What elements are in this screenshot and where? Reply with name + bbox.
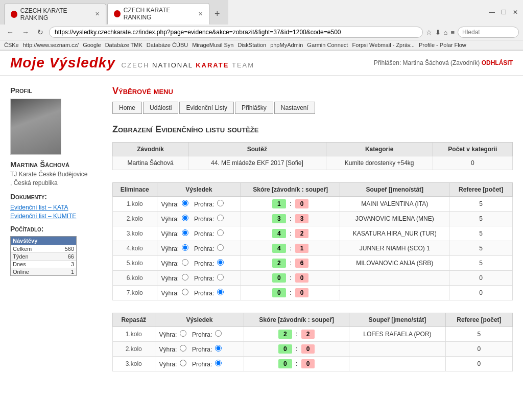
elim-prohra-radio-2[interactable] <box>217 229 224 236</box>
elim-vyhra-label-3: Výhra: <box>161 245 179 252</box>
rep-result-1: Výhra: Prohra: <box>155 342 244 357</box>
new-tab-button[interactable]: + <box>210 7 224 21</box>
elim-referee-0: 5 <box>449 197 513 212</box>
tab-row: CZECH KARATE RANKING ✕ CZECH KARATE RANK… <box>0 0 523 25</box>
elim-score-6: 0 : 0 <box>241 286 340 300</box>
counter-row-online: Online 1 <box>11 268 76 275</box>
rep-vyhra-label-2: Výhra: <box>159 361 177 368</box>
elim-prohra-radio-4[interactable] <box>217 259 224 266</box>
elim-result-2: Výhra: Prohra: <box>157 226 241 241</box>
menu-icon[interactable]: ≡ <box>450 29 455 36</box>
elim-prohra-radio-1[interactable] <box>217 215 224 221</box>
elim-prohra-radio-0[interactable] <box>217 200 224 206</box>
elim-row-0: 1.kolo Výhra: Prohra: 1 : 0 MAINI VALENT… <box>113 197 513 212</box>
rep-header-round: Repasáž <box>113 313 155 327</box>
back-button[interactable]: ← <box>4 27 16 37</box>
bookmark-diskstation[interactable]: DiskStation <box>237 42 266 48</box>
rep-prohra-radio-1[interactable] <box>215 345 222 352</box>
rep-vyhra-radio-0[interactable] <box>180 330 186 337</box>
maximize-button[interactable]: ☐ <box>501 9 507 16</box>
elim-score-home-5: 0 <box>272 273 286 283</box>
elim-prohra-label-2: Prohra: <box>194 230 214 238</box>
elim-score-away-6: 0 <box>295 288 309 297</box>
elim-result-4: Výhra: Prohra: <box>157 256 241 271</box>
bookmark-seznam[interactable]: http://www.seznam.cz/ <box>23 42 79 48</box>
bookmark-garmin[interactable]: Garmin Connect <box>307 42 348 48</box>
elim-round-2: 3.kolo <box>113 226 157 241</box>
main-content: Výběrové menu Home Události Evidenční Li… <box>102 81 523 389</box>
elim-round-1: 2.kolo <box>113 212 157 226</box>
elim-row-5: 6.kolo Výhra: Prohra: 0 : 0 0 <box>113 271 513 286</box>
rep-vyhra-radio-2[interactable] <box>180 360 186 366</box>
elim-vyhra-radio-4[interactable] <box>182 259 188 266</box>
rep-prohra-radio-0[interactable] <box>215 330 222 337</box>
elim-round-label-3: 4.kolo <box>127 245 143 252</box>
elim-vyhra-label-4: Výhra: <box>161 260 179 267</box>
bookmark-phpmyadmin[interactable]: phpMyAdmin <box>270 42 303 48</box>
elim-header-referee: Referee [počet] <box>449 183 513 197</box>
tab-evidencni-listy[interactable]: Evidenční Listy <box>179 102 234 114</box>
elim-header-opponent: Soupeř [jmeno/stát] <box>340 183 449 197</box>
tab-nastaveni[interactable]: Nastavení <box>274 102 315 114</box>
elim-prohra-label-0: Prohra: <box>194 201 214 208</box>
elim-prohra-label-5: Prohra: <box>194 275 214 282</box>
rep-vyhra-radio-1[interactable] <box>180 345 186 352</box>
rep-header-score: Skóre [závodník : soupeř] <box>244 313 349 327</box>
logo-area: Moje Výsledky CZECH NATIONAL KARATE TEAM <box>10 55 254 71</box>
rep-referee-2: 0 <box>445 357 512 371</box>
bookmark-forpsi[interactable]: Forpsi Webmail - Zpráv... <box>352 42 414 48</box>
bookmark-cske[interactable]: ČSKe <box>4 42 19 48</box>
doc-kata-link[interactable]: Evidenční list – KATA <box>10 204 92 211</box>
rep-score-colon-0: : <box>294 331 299 338</box>
elim-score-colon-4: : <box>288 260 293 267</box>
browser-tab-2[interactable]: CZECH KARATE RANKING ✕ <box>107 3 209 25</box>
bookmark-tmk[interactable]: Databáze TMK <box>105 42 142 48</box>
rep-prohra-radio-2[interactable] <box>215 360 222 366</box>
elim-score-2: 4 : 2 <box>241 226 340 241</box>
info-header-count: Počet v kategorii <box>433 143 512 156</box>
elim-prohra-radio-6[interactable] <box>217 289 224 295</box>
address-input[interactable] <box>49 27 423 38</box>
elim-prohra-radio-5[interactable] <box>217 274 224 281</box>
home-icon[interactable]: ⌂ <box>444 29 448 36</box>
elim-score-4: 2 : 6 <box>241 256 340 271</box>
info-cell-category: Kumite dorostenky +54kg <box>326 156 433 170</box>
minimize-button[interactable]: — <box>489 9 495 16</box>
elim-header-result: Výsledek <box>157 183 241 197</box>
bookmark-google[interactable]: Google <box>83 42 101 48</box>
elim-vyhra-radio-0[interactable] <box>182 200 188 206</box>
elim-vyhra-radio-5[interactable] <box>182 274 188 281</box>
tab-prihlaSky[interactable]: Přihlášky <box>235 102 273 114</box>
tab-close-2[interactable]: ✕ <box>198 11 203 17</box>
rep-score-away-1: 0 <box>301 344 315 354</box>
info-header-category: Kategorie <box>326 143 433 156</box>
elim-vyhra-radio-3[interactable] <box>182 244 188 251</box>
tab-close-1[interactable]: ✕ <box>95 11 100 17</box>
elim-vyhra-radio-1[interactable] <box>182 215 188 221</box>
tab-favicon-1 <box>11 11 17 18</box>
bookmark-mirage[interactable]: MirageMusil Syn <box>192 42 233 48</box>
elim-vyhra-radio-2[interactable] <box>182 229 188 236</box>
forward-button[interactable]: → <box>19 27 32 37</box>
logout-link[interactable]: ODHLÁSIT <box>482 59 513 66</box>
search-input[interactable] <box>458 27 519 38</box>
reload-button[interactable]: ↻ <box>35 27 46 37</box>
bookmark-star-icon[interactable]: ☆ <box>426 29 432 36</box>
doc-kumite-link[interactable]: Evidenční list – KUMITE <box>10 213 92 220</box>
eliminace-table: Eliminace Výsledek Skóre [závodník : sou… <box>112 182 513 300</box>
elim-vyhra-radio-6[interactable] <box>182 289 188 295</box>
elim-opponent-3: JUNNER NIAMH (SCO) 1 <box>340 241 449 256</box>
rep-result-0: Výhra: Prohra: <box>155 327 244 342</box>
bookmark-polar[interactable]: Profile - Polar Flow <box>419 42 466 48</box>
elim-referee-1: 5 <box>449 212 513 226</box>
elim-score-home-1: 3 <box>272 214 286 223</box>
close-window-button[interactable]: ✕ <box>513 9 518 16</box>
download-icon[interactable]: ⬇ <box>435 29 441 36</box>
bookmark-cubu[interactable]: Databáze ČÚBU <box>147 42 188 48</box>
browser-tab-1[interactable]: CZECH KARATE RANKING ✕ <box>4 4 106 25</box>
tab-udalosti[interactable]: Události <box>143 102 178 114</box>
rep-referee-0: 5 <box>445 327 512 342</box>
elim-score-3: 4 : 1 <box>241 241 340 256</box>
tab-home[interactable]: Home <box>112 102 142 114</box>
elim-prohra-radio-3[interactable] <box>217 244 224 251</box>
